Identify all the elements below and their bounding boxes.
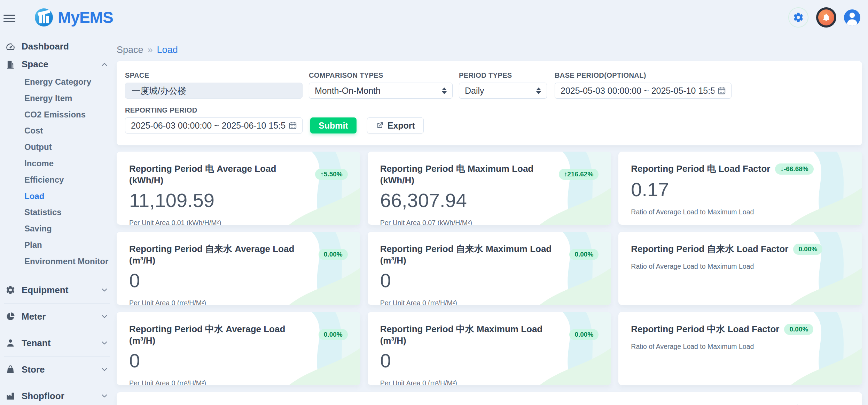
kpi-card: Reporting Period 自来水 Average Load (m³/H)… [117,232,360,305]
comparison-types-select[interactable]: Month-On-Month [309,83,453,99]
chart-panel: Reporting Period 电 Maximum Load (kWh/H) … [117,392,862,405]
card-change-badge: ↓-66.68% [775,163,813,175]
chevron-up-icon [101,61,108,68]
sidebar-item-label: Meter [22,311,46,322]
card-change-badge: 0.00% [793,244,822,255]
user-avatar-icon [844,9,860,26]
sidebar-item-tenant[interactable]: Tenant [4,334,110,352]
kpi-card: Reporting Period 中水 Load Factor 0.00% Ra… [618,312,862,385]
person-icon [6,338,15,348]
card-metric-line: Per Unit Area 0.07 (kWh/H/M²) [380,218,599,225]
space-field [125,83,303,99]
card-change-badge: ↑5.50% [315,169,347,180]
breadcrumb-load: Load [157,45,178,55]
card-metrics: Ratio of Average Load to Maximum Load [631,207,850,217]
export-button-label: Export [388,121,415,131]
chevron-down-icon [101,392,108,400]
comparison-types-value: Month-On-Month [315,86,381,96]
card-metric-line: Per Unit Area 0 (m³/H/M²) [129,378,348,385]
brand-name: MyEMS [58,8,113,27]
kpi-card: Reporting Period 自来水 Maximum Load (m³/H)… [368,232,611,305]
sidebar-item-shopfloor[interactable]: Shopfloor [4,387,110,405]
sidebar-subitem-statistics[interactable]: Statistics [4,204,110,221]
sidebar-divider [4,303,110,304]
card-title: Reporting Period 电 Average Load (kWh/H) [129,163,310,186]
sidebar-item-label: Space [22,59,48,70]
kpi-cards-grid: Reporting Period 电 Average Load (kWh/H) … [117,152,862,385]
period-types-label: PERIOD TYPES [459,71,547,79]
card-metrics: Ratio of Average Load to Maximum Load [631,342,850,352]
period-types-select[interactable]: Daily [459,83,547,99]
sidebar-subitem-plan[interactable]: Plan [4,237,110,253]
sidebar-item-dashboard[interactable]: Dashboard [4,38,110,55]
sidebar-subitem-load[interactable]: Load [4,188,110,205]
filter-panel: SPACE COMPARISON TYPES Month-On-Month PE… [117,61,862,145]
sidebar-item-label: Tenant [22,338,50,349]
base-period-input[interactable] [561,86,714,96]
space-input[interactable] [132,86,296,96]
export-button[interactable]: Export [367,117,424,133]
kpi-card: Reporting Period 电 Load Factor ↓-66.68% … [618,152,862,225]
breadcrumb-space[interactable]: Space [117,45,143,55]
sidebar-item-meter[interactable]: Meter [4,308,110,326]
user-menu-button[interactable] [844,9,860,26]
submit-button[interactable]: Submit [310,117,357,133]
sidebar-subitem-environment-monitor[interactable]: Environment Monitor [4,253,110,270]
card-metrics: Per Unit Area 0 (m³/H/M²)Per Capita 0 (m… [129,298,348,305]
myems-app: MyEMS DashboardSpaceEnergy CategoryEnerg… [0,0,868,405]
sidebar-item-space[interactable]: Space [4,55,110,73]
base-period-field [555,83,732,99]
menu-toggle-button[interactable] [3,15,15,22]
chevron-down-icon [101,286,108,294]
sidebar-item-label: Store [22,364,45,375]
kpi-card: Reporting Period 电 Average Load (kWh/H) … [117,152,360,225]
export-icon [376,121,384,130]
calendar-icon[interactable] [288,121,297,130]
topbar-actions [788,7,860,28]
gear-icon [6,285,15,295]
card-metric-line: Ratio of Average Load to Maximum Load [631,207,850,217]
card-metric-line: Per Unit Area 0.01 (kWh/H/M²) [129,218,348,225]
card-change-badge: 0.00% [319,249,348,260]
sidebar-item-store[interactable]: Store [4,361,110,379]
breadcrumb-separator: » [148,45,153,55]
card-title: Reporting Period 中水 Average Load (m³/H) [129,323,314,346]
card-title: Reporting Period 中水 Load Factor [631,323,779,335]
card-title: Reporting Period 自来水 Load Factor [631,243,788,255]
card-value: 11,109.59 [129,189,348,212]
sidebar-divider [4,356,110,357]
kpi-card: Reporting Period 中水 Average Load (m³/H) … [117,312,360,385]
card-metric-line: Ratio of Average Load to Maximum Load [631,342,850,352]
sidebar-submenu: Energy CategoryEnergy ItemCO2 EmissionsC… [4,73,110,273]
sidebar: DashboardSpaceEnergy CategoryEnergy Item… [0,35,117,405]
reporting-period-input[interactable] [131,121,286,131]
bell-icon [818,9,834,25]
sidebar-subitem-energy-category[interactable]: Energy Category [4,74,110,90]
sidebar-item-label: Shopfloor [22,391,64,402]
settings-button[interactable] [788,7,808,28]
gauge-icon [6,42,15,52]
card-metrics: Ratio of Average Load to Maximum Load [631,261,850,272]
sidebar-subitem-energy-item[interactable]: Energy Item [4,90,110,107]
card-value: 0 [129,350,348,372]
card-title: Reporting Period 自来水 Average Load (m³/H) [129,243,314,266]
calendar-icon[interactable] [717,86,726,95]
sidebar-item-label: Dashboard [22,41,69,52]
sidebar-subitem-cost[interactable]: Cost [4,123,110,139]
card-metric-line: Per Unit Area 0 (m³/H/M²) [380,298,599,305]
brand-logo[interactable]: MyEMS [35,8,113,27]
card-change-badge: 0.00% [569,329,599,340]
pie-icon [6,312,15,321]
sidebar-item-label: Equipment [22,285,68,296]
sidebar-subitem-output[interactable]: Output [4,139,110,155]
sidebar-subitem-income[interactable]: Income [4,155,110,172]
sidebar-subitem-saving[interactable]: Saving [4,221,110,237]
sidebar-item-equipment[interactable]: Equipment [4,281,110,299]
sidebar-subitem-co2-emissions[interactable]: CO2 Emissions [4,107,110,123]
sidebar-subitem-efficiency[interactable]: Efficiency [4,172,110,188]
sidebar-divider [4,277,110,277]
kpi-card: Reporting Period 自来水 Load Factor 0.00% R… [618,232,862,305]
select-arrows-icon [536,87,541,94]
notifications-button[interactable] [816,7,836,28]
card-metrics: Per Unit Area 0 (m³/H/M²)Per Capita 0 (m… [380,298,599,305]
